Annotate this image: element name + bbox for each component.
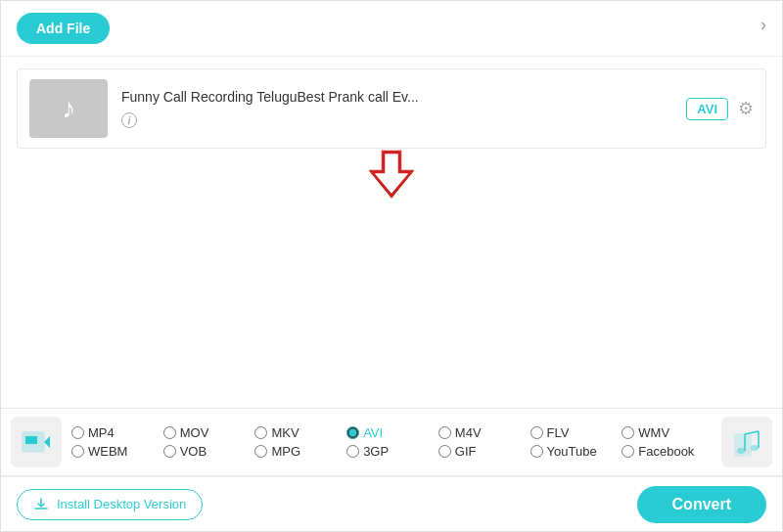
file-actions: AVI ⚙ bbox=[686, 98, 754, 120]
format-option-mp4[interactable]: MP4 bbox=[71, 425, 161, 440]
info-icon[interactable]: i bbox=[121, 112, 137, 128]
close-button[interactable]: › bbox=[760, 15, 766, 35]
format-option-mpg[interactable]: MPG bbox=[254, 444, 345, 459]
format-option-m4v[interactable]: M4V bbox=[438, 425, 529, 440]
file-thumbnail: ♪ bbox=[29, 79, 108, 138]
top-bar: Add File › bbox=[1, 1, 782, 57]
format-option-wmv[interactable]: WMV bbox=[622, 425, 712, 440]
format-bar: MP4 MOV MKV AVI M4V FLV WMV WEBM bbox=[1, 408, 782, 476]
format-badge[interactable]: AVI bbox=[686, 98, 728, 120]
format-option-3gp[interactable]: 3GP bbox=[346, 444, 437, 459]
file-info: Funny Call Recording TeluguBest Prank ca… bbox=[121, 89, 686, 129]
format-option-vob[interactable]: VOB bbox=[163, 444, 253, 459]
file-list: ♪ Funny Call Recording TeluguBest Prank … bbox=[1, 57, 782, 160]
down-arrow bbox=[369, 150, 414, 202]
file-name: Funny Call Recording TeluguBest Prank ca… bbox=[121, 89, 686, 105]
format-option-flv[interactable]: FLV bbox=[530, 425, 621, 440]
music-icon: ♪ bbox=[62, 93, 75, 124]
format-option-gif[interactable]: GIF bbox=[438, 444, 529, 459]
install-desktop-button[interactable]: Install Desktop Version bbox=[17, 489, 203, 520]
audio-format-icon[interactable] bbox=[721, 417, 772, 467]
format-option-mov[interactable]: MOV bbox=[163, 425, 253, 440]
add-file-button[interactable]: Add File bbox=[17, 13, 110, 44]
svg-marker-4 bbox=[44, 436, 50, 448]
svg-marker-1 bbox=[372, 153, 411, 196]
format-option-mkv[interactable]: MKV bbox=[254, 425, 345, 440]
format-option-avi[interactable]: AVI bbox=[346, 425, 437, 440]
format-option-webm[interactable]: WEBM bbox=[71, 444, 161, 459]
settings-icon[interactable]: ⚙ bbox=[738, 98, 754, 119]
convert-button[interactable]: Convert bbox=[637, 486, 766, 523]
download-icon bbox=[33, 497, 49, 512]
format-options: MP4 MOV MKV AVI M4V FLV WMV WEBM bbox=[71, 425, 712, 459]
bottom-bar: Install Desktop Version Convert bbox=[1, 476, 782, 531]
svg-point-7 bbox=[737, 448, 745, 454]
file-item: ♪ Funny Call Recording TeluguBest Prank … bbox=[17, 68, 766, 149]
svg-rect-5 bbox=[25, 436, 37, 444]
video-format-icon[interactable] bbox=[11, 417, 62, 467]
svg-line-11 bbox=[745, 431, 759, 434]
format-option-youtube[interactable]: YouTube bbox=[530, 444, 621, 459]
svg-point-9 bbox=[751, 445, 759, 451]
format-option-facebook[interactable]: Facebook bbox=[622, 444, 712, 459]
